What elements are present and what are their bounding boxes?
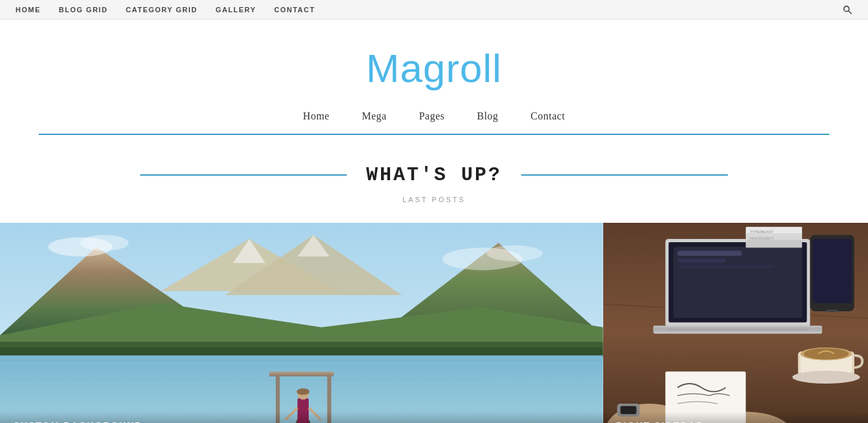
svg-rect-40 [677,265,774,268]
svg-line-1 [849,11,851,14]
main-nav-pages[interactable]: Pages [419,110,445,122]
svg-rect-17 [269,371,334,376]
admin-nav-home[interactable]: HOME [16,6,41,14]
post-card-right-sidebar[interactable]: TYPEBEAST HIGHSNOBIETY RIGHT SIDEBAR [603,223,868,423]
admin-nav-gallery[interactable]: GALLERY [216,6,256,14]
main-nav-contact[interactable]: Contact [531,110,565,122]
admin-nav-blog-grid[interactable]: BLOG GRID [59,6,108,14]
heading-line-right [521,174,728,176]
main-nav-blog[interactable]: Blog [477,110,498,122]
svg-rect-37 [673,247,801,318]
svg-point-51 [803,348,849,359]
post-image-landscape [0,223,603,423]
svg-rect-11 [0,342,603,358]
workspace-svg: TYPEBEAST HIGHSNOBIETY [603,223,868,423]
section-heading: WHAT'S UP? [0,135,868,196]
heading-line-left [140,174,347,176]
svg-rect-38 [677,251,742,256]
posts-grid: CUSTOM BACKGROUND [0,223,868,423]
landscape-svg [0,223,603,423]
main-nav-home[interactable]: Home [303,110,329,122]
svg-text:HIGHSNOBIETY: HIGHSNOBIETY [750,237,774,240]
svg-rect-14 [0,366,603,367]
section-subheading: LAST POSTS [0,196,868,203]
section-title: WHAT'S UP? [366,164,502,186]
svg-rect-16 [0,380,482,380]
svg-point-23 [296,388,309,395]
svg-rect-46 [826,309,838,312]
svg-rect-13 [0,360,603,361]
site-header: Magroll Home Mega Pages Blog Contact [0,19,868,135]
svg-rect-45 [812,239,852,304]
admin-nav-contact[interactable]: CONTACT [274,6,315,14]
post-label-right-sidebar: RIGHT SIDEBAR [603,411,868,423]
search-icon [842,5,852,15]
post-card-custom-background[interactable]: CUSTOM BACKGROUND [0,223,603,423]
svg-rect-55 [745,240,801,247]
site-title: Magroll [13,45,855,91]
svg-point-29 [486,245,542,262]
svg-rect-43 [668,329,807,330]
post-image-workspace: TYPEBEAST HIGHSNOBIETY [603,223,868,423]
search-button[interactable] [842,5,852,15]
svg-point-52 [792,371,860,384]
svg-rect-39 [677,259,726,262]
svg-point-27 [80,235,129,251]
main-nav: Home Mega Pages Blog Contact [39,110,829,135]
admin-bar: HOME BLOG GRID CATEGORY GRID GALLERY CON… [0,0,868,19]
svg-text:TYPEBEAST: TYPEBEAST [750,229,774,234]
admin-nav-category-grid[interactable]: CATEGORY GRID [126,6,198,14]
post-label-custom-background: CUSTOM BACKGROUND [0,411,603,423]
admin-nav: HOME BLOG GRID CATEGORY GRID GALLERY CON… [16,6,315,14]
main-nav-mega[interactable]: Mega [362,110,386,122]
